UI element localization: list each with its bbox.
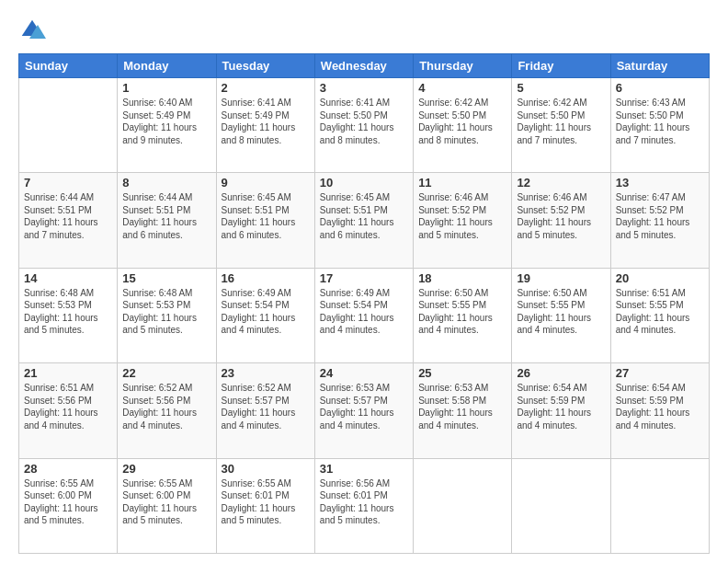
day-info: Sunrise: 6:41 AM Sunset: 5:50 PM Dayligh…: [320, 97, 408, 146]
day-number: 28: [24, 462, 112, 476]
calendar-cell: [512, 458, 610, 553]
calendar-cell: 29 Sunrise: 6:55 AM Sunset: 6:00 PM Dayl…: [118, 458, 216, 553]
day-number: 4: [418, 81, 506, 95]
day-number: 19: [517, 271, 605, 285]
header: [18, 17, 710, 44]
calendar-header-wednesday: Wednesday: [314, 54, 413, 78]
day-number: 23: [222, 366, 310, 380]
calendar-table: SundayMondayTuesdayWednesdayThursdayFrid…: [18, 53, 710, 554]
day-info: Sunrise: 6:49 AM Sunset: 5:54 PM Dayligh…: [222, 287, 310, 337]
day-info: Sunrise: 6:52 AM Sunset: 5:56 PM Dayligh…: [122, 382, 210, 431]
calendar-cell: 24 Sunrise: 6:53 AM Sunset: 5:57 PM Dayl…: [314, 363, 413, 458]
day-info: Sunrise: 6:50 AM Sunset: 5:55 PM Dayligh…: [517, 287, 605, 337]
day-number: 8: [122, 176, 210, 190]
day-info: Sunrise: 6:55 AM Sunset: 6:01 PM Dayligh…: [222, 477, 310, 527]
day-number: 15: [122, 271, 210, 285]
calendar-cell: 21 Sunrise: 6:51 AM Sunset: 5:56 PM Dayl…: [19, 363, 118, 458]
day-info: Sunrise: 6:40 AM Sunset: 5:49 PM Dayligh…: [122, 97, 210, 146]
day-info: Sunrise: 6:45 AM Sunset: 5:51 PM Dayligh…: [320, 191, 408, 241]
day-number: 24: [320, 366, 408, 380]
page: SundayMondayTuesdayWednesdayThursdayFrid…: [0, 0, 728, 563]
day-number: 5: [517, 81, 605, 95]
day-info: Sunrise: 6:44 AM Sunset: 5:51 PM Dayligh…: [122, 191, 210, 241]
calendar-week-1: 1 Sunrise: 6:40 AM Sunset: 5:49 PM Dayli…: [19, 78, 710, 173]
calendar-cell: 15 Sunrise: 6:48 AM Sunset: 5:53 PM Dayl…: [118, 268, 216, 362]
day-number: 7: [24, 176, 112, 190]
day-number: 3: [320, 81, 408, 95]
calendar-cell: 10 Sunrise: 6:45 AM Sunset: 5:51 PM Dayl…: [314, 173, 413, 268]
day-number: 25: [418, 366, 506, 380]
calendar-cell: 14 Sunrise: 6:48 AM Sunset: 5:53 PM Dayl…: [19, 268, 118, 362]
calendar-cell: 28 Sunrise: 6:55 AM Sunset: 6:00 PM Dayl…: [19, 458, 118, 553]
day-number: 27: [616, 366, 704, 380]
day-number: 21: [24, 366, 112, 380]
day-number: 29: [122, 462, 210, 476]
day-number: 26: [517, 366, 605, 380]
day-number: 30: [222, 462, 310, 476]
day-info: Sunrise: 6:47 AM Sunset: 5:52 PM Dayligh…: [616, 191, 704, 241]
calendar-week-2: 7 Sunrise: 6:44 AM Sunset: 5:51 PM Dayli…: [19, 173, 710, 268]
day-info: Sunrise: 6:53 AM Sunset: 5:57 PM Dayligh…: [320, 382, 408, 431]
calendar-cell: 3 Sunrise: 6:41 AM Sunset: 5:50 PM Dayli…: [314, 78, 413, 173]
calendar-cell: 25 Sunrise: 6:53 AM Sunset: 5:58 PM Dayl…: [414, 363, 512, 458]
day-number: 31: [320, 462, 408, 476]
calendar-cell: [414, 458, 512, 553]
calendar-header-thursday: Thursday: [414, 54, 512, 78]
day-number: 14: [24, 271, 112, 285]
calendar-cell: 19 Sunrise: 6:50 AM Sunset: 5:55 PM Dayl…: [512, 268, 610, 362]
calendar-cell: 17 Sunrise: 6:49 AM Sunset: 5:54 PM Dayl…: [314, 268, 413, 362]
calendar-cell: [19, 78, 118, 173]
day-number: 6: [616, 81, 704, 95]
calendar-cell: 11 Sunrise: 6:46 AM Sunset: 5:52 PM Dayl…: [414, 173, 512, 268]
day-info: Sunrise: 6:55 AM Sunset: 6:00 PM Dayligh…: [122, 477, 210, 527]
day-number: 1: [122, 81, 210, 95]
calendar-cell: 30 Sunrise: 6:55 AM Sunset: 6:01 PM Dayl…: [216, 458, 314, 553]
day-info: Sunrise: 6:46 AM Sunset: 5:52 PM Dayligh…: [517, 191, 605, 241]
day-info: Sunrise: 6:48 AM Sunset: 5:53 PM Dayligh…: [122, 287, 210, 337]
day-info: Sunrise: 6:50 AM Sunset: 5:55 PM Dayligh…: [418, 287, 506, 337]
day-info: Sunrise: 6:48 AM Sunset: 5:53 PM Dayligh…: [24, 287, 112, 337]
logo: [18, 17, 50, 44]
calendar-week-5: 28 Sunrise: 6:55 AM Sunset: 6:00 PM Dayl…: [19, 458, 710, 553]
calendar-cell: 31 Sunrise: 6:56 AM Sunset: 6:01 PM Dayl…: [314, 458, 413, 553]
day-number: 13: [616, 176, 704, 190]
day-number: 16: [222, 271, 310, 285]
calendar-header-sunday: Sunday: [19, 54, 118, 78]
day-info: Sunrise: 6:45 AM Sunset: 5:51 PM Dayligh…: [222, 191, 310, 241]
day-info: Sunrise: 6:44 AM Sunset: 5:51 PM Dayligh…: [24, 191, 112, 241]
day-info: Sunrise: 6:51 AM Sunset: 5:56 PM Dayligh…: [24, 382, 112, 431]
calendar-cell: 22 Sunrise: 6:52 AM Sunset: 5:56 PM Dayl…: [118, 363, 216, 458]
calendar-cell: 8 Sunrise: 6:44 AM Sunset: 5:51 PM Dayli…: [118, 173, 216, 268]
logo-icon: [18, 17, 46, 44]
day-number: 18: [418, 271, 506, 285]
calendar-cell: 2 Sunrise: 6:41 AM Sunset: 5:49 PM Dayli…: [216, 78, 314, 173]
calendar-cell: 18 Sunrise: 6:50 AM Sunset: 5:55 PM Dayl…: [414, 268, 512, 362]
day-info: Sunrise: 6:54 AM Sunset: 5:59 PM Dayligh…: [517, 382, 605, 431]
day-number: 17: [320, 271, 408, 285]
day-info: Sunrise: 6:52 AM Sunset: 5:57 PM Dayligh…: [222, 382, 310, 431]
calendar-cell: 16 Sunrise: 6:49 AM Sunset: 5:54 PM Dayl…: [216, 268, 314, 362]
calendar-week-3: 14 Sunrise: 6:48 AM Sunset: 5:53 PM Dayl…: [19, 268, 710, 362]
calendar-cell: 4 Sunrise: 6:42 AM Sunset: 5:50 PM Dayli…: [414, 78, 512, 173]
calendar-cell: 7 Sunrise: 6:44 AM Sunset: 5:51 PM Dayli…: [19, 173, 118, 268]
day-number: 11: [418, 176, 506, 190]
day-info: Sunrise: 6:42 AM Sunset: 5:50 PM Dayligh…: [418, 97, 506, 146]
calendar-cell: 6 Sunrise: 6:43 AM Sunset: 5:50 PM Dayli…: [610, 78, 709, 173]
calendar-header-saturday: Saturday: [610, 54, 709, 78]
day-info: Sunrise: 6:42 AM Sunset: 5:50 PM Dayligh…: [517, 97, 605, 146]
day-number: 12: [517, 176, 605, 190]
day-number: 22: [122, 366, 210, 380]
calendar-cell: 27 Sunrise: 6:54 AM Sunset: 5:59 PM Dayl…: [610, 363, 709, 458]
calendar-cell: [610, 458, 709, 553]
calendar-cell: 9 Sunrise: 6:45 AM Sunset: 5:51 PM Dayli…: [216, 173, 314, 268]
day-number: 20: [616, 271, 704, 285]
day-info: Sunrise: 6:54 AM Sunset: 5:59 PM Dayligh…: [616, 382, 704, 431]
calendar-cell: 1 Sunrise: 6:40 AM Sunset: 5:49 PM Dayli…: [118, 78, 216, 173]
calendar-cell: 23 Sunrise: 6:52 AM Sunset: 5:57 PM Dayl…: [216, 363, 314, 458]
day-info: Sunrise: 6:53 AM Sunset: 5:58 PM Dayligh…: [418, 382, 506, 431]
calendar-cell: 26 Sunrise: 6:54 AM Sunset: 5:59 PM Dayl…: [512, 363, 610, 458]
calendar-header-row: SundayMondayTuesdayWednesdayThursdayFrid…: [19, 54, 710, 78]
day-info: Sunrise: 6:56 AM Sunset: 6:01 PM Dayligh…: [320, 477, 408, 527]
calendar-cell: 12 Sunrise: 6:46 AM Sunset: 5:52 PM Dayl…: [512, 173, 610, 268]
day-info: Sunrise: 6:51 AM Sunset: 5:55 PM Dayligh…: [616, 287, 704, 337]
